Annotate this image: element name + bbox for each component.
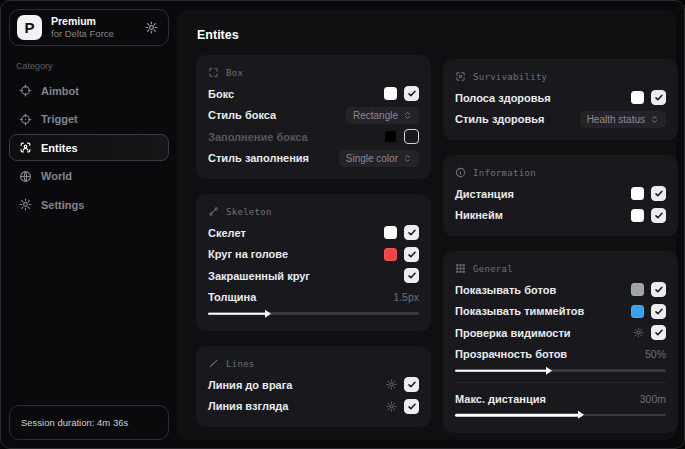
teammates-color-swatch[interactable] [631,305,644,318]
main-content: Entites Box Бокс [177,9,676,440]
scan-box-icon [208,67,219,78]
sidebar-item-entites[interactable]: Entites [9,134,169,161]
setting-label: Стиль здоровья [455,113,544,125]
enemy-line-checkbox[interactable] [404,377,419,392]
globe-icon [19,170,32,183]
panel-title: General [473,264,513,274]
distance-checkbox[interactable] [651,186,666,201]
view-line-checkbox[interactable] [404,399,419,414]
setting-row: Стиль здоровья Health status [455,109,666,131]
health-bar-color-swatch[interactable] [631,91,644,104]
box-fill-color-swatch[interactable] [384,130,397,143]
max-distance-slider[interactable] [455,410,666,421]
show-bots-checkbox[interactable] [651,282,666,297]
dots-grid-icon [455,263,466,274]
sidebar-item-label: Entites [41,142,78,154]
option-gear-icon[interactable] [386,379,397,390]
head-circle-color-swatch[interactable] [384,248,397,261]
head-circle-checkbox[interactable] [404,247,419,262]
setting-row: Круг на голове [208,244,419,266]
slider-value: 300m [640,393,666,405]
sidebar-item-settings[interactable]: Settings [9,191,169,218]
setting-label: Полоса здоровья [455,92,551,104]
option-gear-icon[interactable] [633,327,644,338]
setting-row: Линия до врага [208,374,419,396]
health-style-select[interactable]: Health status [580,111,666,128]
setting-row: Никнейм [455,205,666,227]
setting-label: Скелет [208,227,246,239]
setting-row: Показывать ботов [455,279,666,301]
setting-label: Закрашенный круг [208,270,310,282]
gear-icon [19,198,32,211]
setting-label: Дистанция [455,188,514,200]
skeleton-checkbox[interactable] [404,225,419,240]
panel-title: Survivability [473,72,547,82]
gear-icon[interactable] [145,21,158,34]
setting-label: Прозрачность ботов [455,348,567,360]
box-checkbox[interactable] [404,86,419,101]
chevrons-up-down-icon [650,115,659,124]
thickness-slider[interactable] [208,308,419,319]
box-style-select[interactable]: Rectangle [346,107,419,124]
setting-label: Показывать ботов [455,284,556,296]
info-icon [455,167,466,178]
panel-title: Box [226,68,243,78]
panel-general: General Показывать ботов Показывать тимм… [443,251,678,433]
chevrons-up-down-icon [403,111,412,120]
setting-row: Показывать тиммейтов [455,301,666,323]
sidebar: P Premium for Delta Force Category Aimbo… [1,1,177,448]
setting-row: Полоса здоровья [455,87,666,109]
nickname-checkbox[interactable] [651,208,666,223]
setting-label: Стиль бокса [208,109,276,121]
box-fill-checkbox[interactable] [404,129,419,144]
distance-color-swatch[interactable] [631,187,644,200]
sidebar-item-aimbot[interactable]: Aimbot [9,77,169,104]
show-teammates-checkbox[interactable] [651,304,666,319]
setting-row: Стиль бокса Rectangle [208,105,419,127]
visibility-check-checkbox[interactable] [651,325,666,340]
setting-label: Толщина [208,291,256,303]
option-gear-icon[interactable] [386,401,397,412]
fill-style-select[interactable]: Single color [339,150,419,167]
sidebar-item-label: Trigget [41,113,78,125]
divider [455,382,666,383]
setting-label: Стиль заполнения [208,152,309,164]
setting-row: Закрашенный круг [208,265,419,287]
brand-logo: P [17,15,42,40]
box-color-swatch[interactable] [384,87,397,100]
panel-information: Information Дистанция Никнейм [443,155,678,236]
sidebar-item-trigget[interactable]: Trigget [9,106,169,133]
setting-label: Макс. дистанция [455,393,546,405]
bot-opacity-slider[interactable] [455,365,666,376]
setting-label: Линия взгляда [208,400,288,412]
setting-label: Бокс [208,88,234,100]
health-bar-checkbox[interactable] [651,90,666,105]
column-right: Survivability Полоса здоровья Стиль здор… [443,55,678,448]
chevrons-up-down-icon [403,154,412,163]
setting-label: Заполнение бокса [208,131,308,143]
panel-title: Skeleton [226,207,272,217]
entities-icon [19,141,32,154]
slider-thumb[interactable] [578,411,584,419]
slider-thumb[interactable] [546,367,552,375]
slider-thumb[interactable] [265,310,271,318]
setting-row: Прозрачность ботов 50% [455,344,666,366]
setting-row: Макс. дистанция 300m [455,388,666,410]
panel-title: Information [473,168,536,178]
app-window: P Premium for Delta Force Category Aimbo… [0,0,685,449]
crosshair-icon [19,84,32,97]
category-label: Category [16,61,169,71]
sidebar-item-world[interactable]: World [9,163,169,190]
setting-row: Бокс [208,83,419,105]
filled-circle-checkbox[interactable] [404,268,419,283]
setting-row: Толщина 1.5px [208,287,419,309]
bone-icon [208,206,219,217]
skeleton-color-swatch[interactable] [384,226,397,239]
panel-box: Box Бокс Стиль бокса Rectangle [196,55,431,179]
nickname-color-swatch[interactable] [631,209,644,222]
setting-row: Дистанция [455,183,666,205]
bots-color-swatch[interactable] [631,283,644,296]
slider-value: 1.5px [393,291,419,303]
setting-label: Линия до врага [208,379,292,391]
column-left: Box Бокс Стиль бокса Rectangle [196,55,431,448]
